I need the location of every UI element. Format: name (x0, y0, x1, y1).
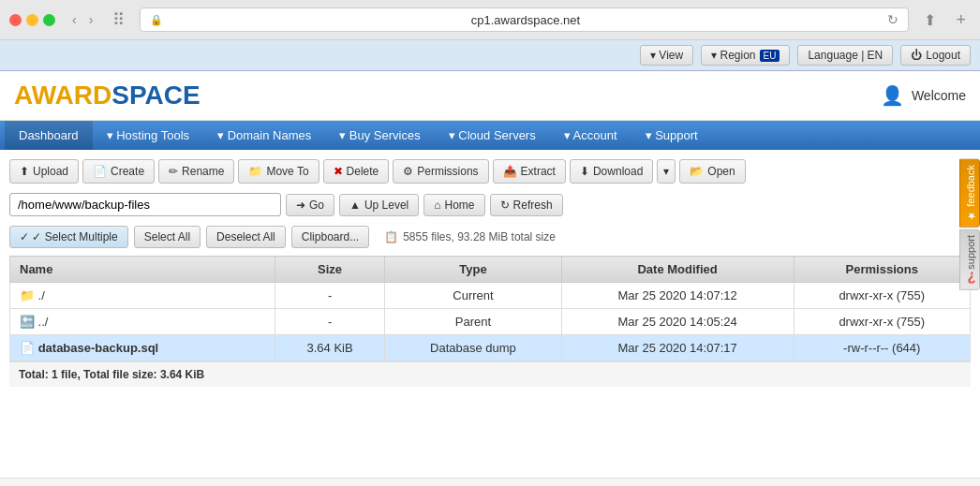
col-size: Size (275, 257, 384, 283)
deselect-all-label: Deselect All (216, 230, 275, 243)
url-bar[interactable]: 🔒 cp1.awardspace.net ↻ (140, 7, 909, 32)
move-to-label: Move To (266, 165, 308, 178)
file-table: Name Size Type Date Modified Permissions… (9, 256, 971, 361)
region-flag: EU (760, 50, 780, 62)
table-row[interactable]: 📄 database-backup.sql 3.64 KiB Database … (10, 335, 971, 361)
status-bar: Total: 1 file, Total file size: 3.64 KiB (9, 361, 971, 387)
rename-icon: ✏ (169, 165, 178, 178)
select-multiple-button[interactable]: ✓ ✓ Select Multiple (9, 226, 128, 248)
region-button[interactable]: ▾ Region EU (701, 45, 790, 66)
logo[interactable]: AWARDSPACE (14, 81, 200, 110)
file-permissions: drwxr-xr-x (755) (794, 309, 971, 335)
file-permissions: drwxr-xr-x (755) (794, 283, 971, 309)
go-button[interactable]: ➜ Go (286, 194, 334, 216)
nav-item-account[interactable]: ▾ Account (550, 121, 631, 150)
up-level-icon: ▲ (349, 199, 361, 212)
language-button[interactable]: Language | EN (797, 45, 893, 66)
extract-button[interactable]: 📤 Extract (493, 159, 566, 184)
page-footer: © Copyright 2003 - 2020 - All rights res… (0, 478, 980, 486)
file-type: Current (385, 283, 562, 309)
open-button[interactable]: 📂 Open (679, 159, 745, 184)
top-bar: ▾ View ▾ Region EU Language | EN ⏻ Logou… (0, 40, 980, 71)
nav-buy-services-label: ▾ Buy Services (339, 128, 420, 142)
table-row[interactable]: 📁 ./ - Current Mar 25 2020 14:07:12 drwx… (10, 283, 971, 309)
open-icon: 📂 (690, 165, 704, 178)
go-icon: ➜ (296, 199, 305, 212)
feedback-label: feedback (965, 165, 976, 207)
open-label: Open (707, 165, 735, 178)
clipboard-button[interactable]: Clipboard... (291, 226, 369, 248)
nav-item-domain-names[interactable]: ▾ Domain Names (203, 121, 325, 150)
traffic-lights (9, 14, 55, 26)
permissions-button[interactable]: ⚙ Permissions (393, 159, 488, 184)
download-button[interactable]: ⬇ Download (570, 159, 653, 184)
file-date: Mar 25 2020 14:05:24 (561, 309, 794, 335)
permissions-label: Permissions (417, 165, 478, 178)
new-tab-button[interactable]: + (951, 8, 971, 32)
back-button[interactable]: ‹ (67, 10, 82, 29)
extract-icon: 📤 (503, 165, 517, 178)
deselect-all-button[interactable]: Deselect All (206, 226, 286, 248)
region-label: ▾ Region (711, 49, 755, 62)
file-count-text: 5855 files, 93.28 MiB total size (403, 230, 556, 243)
file-name: 📄 database-backup.sql (10, 335, 275, 361)
nav-item-hosting-tools[interactable]: ▾ Hosting Tools (93, 121, 203, 150)
move-to-icon: 📁 (248, 165, 262, 178)
refresh-icon: ↻ (500, 199, 510, 212)
file-size: 3.64 KiB (275, 335, 384, 361)
toolbar: ⬆ Upload 📄 Create ✏ Rename 📁 Move To ✖ D… (9, 159, 971, 184)
folder-icon: 📁 (20, 288, 35, 302)
file-date: Mar 25 2020 14:07:17 (561, 335, 794, 361)
home-label: Home (445, 199, 475, 212)
logout-label: Logout (926, 49, 960, 62)
feedback-panel: ★ feedback ❓ support (959, 159, 980, 289)
table-header-row: Name Size Type Date Modified Permissions (10, 257, 971, 283)
col-name: Name (10, 257, 275, 283)
delete-icon: ✖ (334, 165, 343, 178)
col-date: Date Modified (561, 257, 794, 283)
tab-grid-button[interactable]: ⠿ (105, 7, 132, 32)
forward-button[interactable]: › (84, 10, 98, 29)
download-label: Download (593, 165, 643, 178)
file-permissions: -rw-r--r-- (644) (794, 335, 971, 361)
view-button[interactable]: ▾ View (640, 45, 693, 66)
feedback-button[interactable]: ★ feedback (959, 159, 980, 228)
view-label: ▾ View (650, 49, 683, 62)
select-all-label: Select All (144, 230, 190, 243)
col-permissions: Permissions (794, 257, 971, 283)
nav-item-buy-services[interactable]: ▾ Buy Services (325, 121, 434, 150)
reload-button[interactable]: ↻ (887, 12, 898, 27)
upload-button[interactable]: ⬆ Upload (9, 159, 79, 184)
support-button[interactable]: ❓ support (959, 229, 980, 290)
create-label: Create (111, 165, 144, 178)
file-date: Mar 25 2020 14:07:12 (561, 283, 794, 309)
close-button[interactable] (9, 14, 22, 26)
maximize-button[interactable] (43, 14, 55, 26)
checkmark-icon: ✓ (20, 230, 29, 243)
path-input[interactable] (9, 193, 281, 216)
nav-dashboard-label: Dashboard (19, 128, 79, 142)
share-button[interactable]: ⬆ (916, 9, 943, 31)
minimize-button[interactable] (26, 14, 38, 26)
go-label: Go (309, 199, 324, 212)
refresh-button[interactable]: ↻ Refresh (490, 194, 563, 216)
download-dropdown-button[interactable]: ▾ (657, 159, 676, 184)
table-row[interactable]: 🔙 ../ - Parent Mar 25 2020 14:05:24 drwx… (10, 309, 971, 335)
nav-item-support[interactable]: ▾ Support (631, 121, 712, 150)
delete-button[interactable]: ✖ Delete (323, 159, 390, 184)
home-button[interactable]: ⌂ Home (423, 194, 484, 216)
logout-button[interactable]: ⏻ Logout (900, 45, 971, 66)
support-icon: ❓ (965, 272, 976, 284)
clipboard-label: Clipboard... (302, 230, 359, 243)
nav-item-dashboard[interactable]: Dashboard (5, 121, 93, 150)
rename-button[interactable]: ✏ Rename (158, 159, 234, 184)
content-area: ★ feedback ❓ support ⬆ Upload 📄 Create ✏… (0, 150, 980, 478)
create-button[interactable]: 📄 Create (82, 159, 155, 184)
select-all-button[interactable]: Select All (134, 226, 200, 248)
nav-item-cloud-servers[interactable]: ▾ Cloud Servers (435, 121, 550, 150)
selection-bar: ✓ ✓ Select Multiple Select All Deselect … (9, 226, 971, 248)
support-label: support (965, 235, 976, 270)
move-to-button[interactable]: 📁 Move To (238, 159, 319, 184)
up-level-button[interactable]: ▲ Up Level (339, 194, 419, 216)
upload-label: Upload (33, 165, 68, 178)
